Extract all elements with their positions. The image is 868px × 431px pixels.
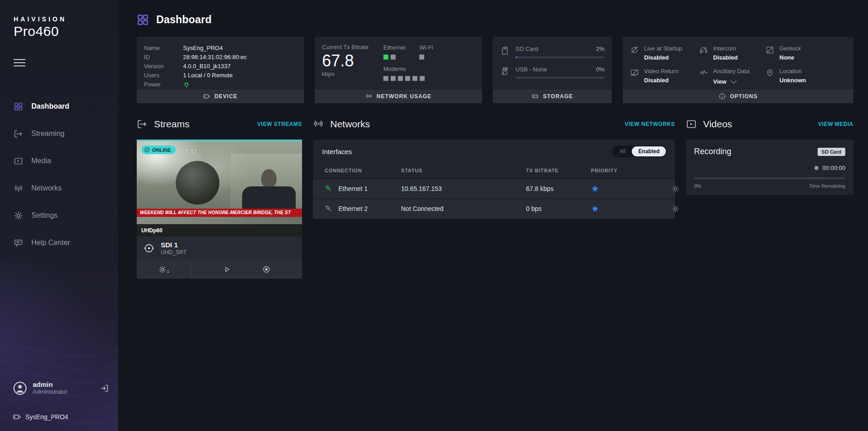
recording-progress-bar	[694, 177, 845, 179]
options-footer-label: OPTIONS	[730, 93, 758, 100]
dashboard-grid-icon	[14, 102, 23, 111]
table-row[interactable]: Ethernet 1 10.65.167.153 67.8 kbps	[313, 178, 675, 198]
interface-settings-button[interactable]	[633, 205, 680, 213]
stream-play-button[interactable]	[223, 265, 231, 274]
option-label: Live at Startup	[644, 45, 682, 52]
device-field-label: Version	[144, 62, 183, 71]
option-video-return: Video Return Disabled	[630, 68, 699, 86]
column-header-connection: CONNECTION	[325, 168, 401, 173]
device-field-value: 28:98:14:31:02:96:80:ec	[183, 53, 247, 62]
sidebar-item-media[interactable]: Media	[0, 147, 118, 175]
modem-status	[405, 76, 410, 81]
device-icon	[13, 413, 21, 421]
interface-settings-button[interactable]	[633, 185, 680, 193]
storage-icon	[531, 93, 539, 100]
ethernet-cable-icon	[325, 205, 333, 213]
videos-section-header: Videos VIEW MEDIA	[686, 119, 853, 130]
logout-button[interactable]	[100, 384, 109, 393]
view-networks-link[interactable]: VIEW NETWORKS	[625, 121, 675, 127]
sidebar: HAIVISION Pro460 Dashboard Streaming	[0, 0, 118, 431]
section-content-row: 07:37 WEEKEND WILL AFFECT THE HONORE-MER…	[137, 140, 853, 279]
priority-star-button[interactable]	[591, 205, 633, 213]
column-header-tx-bitrate: TX BITRATE	[526, 168, 591, 173]
connection-name: Ethernet 1	[338, 185, 368, 192]
check-circle-icon	[144, 147, 150, 153]
sidebar-item-help-center[interactable]: Help Center	[0, 229, 118, 256]
stream-thumbnail[interactable]: 07:37 WEEKEND WILL AFFECT THE HONORE-MER…	[137, 141, 302, 236]
star-icon	[591, 185, 599, 193]
brand-logo: HAIVISION Pro460	[0, 0, 118, 39]
sidebar-item-label: Dashboard	[31, 102, 69, 110]
storage-footer-button[interactable]: STORAGE	[493, 90, 612, 103]
chevron-down-icon	[729, 77, 738, 86]
modem-status	[398, 76, 403, 81]
logout-icon	[100, 384, 109, 393]
device-footer-button[interactable]: DEVICE	[137, 90, 304, 103]
connection-status: 10.65.167.153	[401, 185, 526, 192]
modem-status	[420, 76, 425, 81]
modem-status	[412, 76, 417, 81]
option-value: View	[713, 78, 726, 85]
interfaces-panel-header: Interfaces All Enabled	[313, 140, 675, 163]
sidebar-item-settings[interactable]: Settings	[0, 202, 118, 229]
ancillary-data-dropdown[interactable]: View	[713, 77, 749, 86]
option-label: Genlock	[779, 45, 801, 52]
live-at-startup-disabled-icon	[630, 45, 639, 55]
table-row[interactable]: Ethernet 2 Not Connected 0 bps	[313, 198, 675, 218]
wifi-status	[419, 55, 424, 60]
recording-storage-badge: SD Card	[818, 148, 845, 156]
connection-tx-bitrate: 0 bps	[526, 205, 591, 212]
interfaces-filter-toggle: All Enabled	[612, 145, 667, 157]
sidebar-item-dashboard[interactable]: Dashboard	[0, 93, 118, 120]
streams-column: 07:37 WEEKEND WILL AFFECT THE HONORE-MER…	[137, 140, 302, 279]
sidebar-item-label: Settings	[31, 211, 58, 220]
sidebar-item-label: Networks	[31, 184, 62, 192]
sidebar-item-streaming[interactable]: Streaming	[0, 120, 118, 147]
option-location: Location Unknown	[765, 68, 846, 86]
user-block: admin Administrator	[0, 381, 118, 396]
view-streams-link[interactable]: VIEW STREAMS	[257, 121, 302, 127]
genlock-disabled-icon	[765, 45, 774, 55]
modem-status	[391, 76, 396, 81]
stream-status-label: ONLINE	[152, 147, 171, 153]
news-ticker-text: WEEKEND WILL AFFECT THE HONORE-MERCIER B…	[137, 209, 302, 217]
storage-footer-label: STORAGE	[543, 93, 573, 100]
device-field-label: Name	[144, 44, 183, 53]
antenna-icon	[14, 184, 23, 193]
priority-star-button[interactable]	[591, 185, 633, 193]
device-field-label: Power	[144, 80, 183, 89]
stream-settings-button[interactable]: 1	[137, 260, 191, 279]
stream-record-button[interactable]	[262, 265, 271, 274]
usb-icon	[500, 66, 510, 76]
bitrate-value: 67.8	[322, 51, 383, 70]
sidebar-device[interactable]: SysEng_PRO4	[0, 413, 118, 421]
stream-card[interactable]: 07:37 WEEKEND WILL AFFECT THE HONORE-MER…	[137, 140, 302, 279]
ethernet-port-1-status	[383, 55, 388, 60]
hamburger-menu-icon[interactable]	[14, 59, 25, 66]
bitrate-unit: kbps	[322, 70, 383, 77]
view-media-link[interactable]: VIEW MEDIA	[818, 121, 853, 127]
recording-panel[interactable]: Recording SD Card 00:00:00 0% Time Remai…	[686, 140, 853, 195]
filter-all-button[interactable]: All	[613, 146, 632, 156]
video-thumbnail-art	[137, 217, 302, 224]
filter-enabled-button[interactable]: Enabled	[632, 146, 666, 156]
video-thumbnail-art	[261, 169, 277, 188]
options-card: Live at Startup Disabled Interc	[623, 37, 853, 103]
networks-column: Interfaces All Enabled CONNECTION STATUS…	[313, 140, 675, 219]
brand-name: HAIVISION	[14, 15, 118, 23]
device-field-value: SysEng_PRO4	[183, 44, 223, 53]
network-usage-footer-button[interactable]: NETWORK USAGE	[315, 90, 482, 103]
summary-cards-row: NameSysEng_PRO4 ID28:98:14:31:02:96:80:e…	[137, 37, 853, 103]
sidebar-item-networks[interactable]: Networks	[0, 175, 118, 202]
storage-card-body: SD Card 2%	[493, 37, 612, 90]
option-value: None	[779, 54, 801, 61]
option-value: Unknown	[779, 77, 806, 84]
power-status-icon	[183, 81, 190, 88]
stream-info-row[interactable]: SDI 1 UHD_SRT	[137, 236, 302, 260]
options-footer-button[interactable]: OPTIONS	[623, 90, 853, 103]
info-icon	[719, 93, 726, 100]
streams-section-title: Streams	[154, 119, 189, 130]
networks-section-header: Networks VIEW NETWORKS	[313, 119, 675, 130]
recording-elapsed-time: 00:00:00	[822, 165, 845, 171]
interfaces-table-header: CONNECTION STATUS TX BITRATE PRIORITY	[313, 163, 675, 178]
